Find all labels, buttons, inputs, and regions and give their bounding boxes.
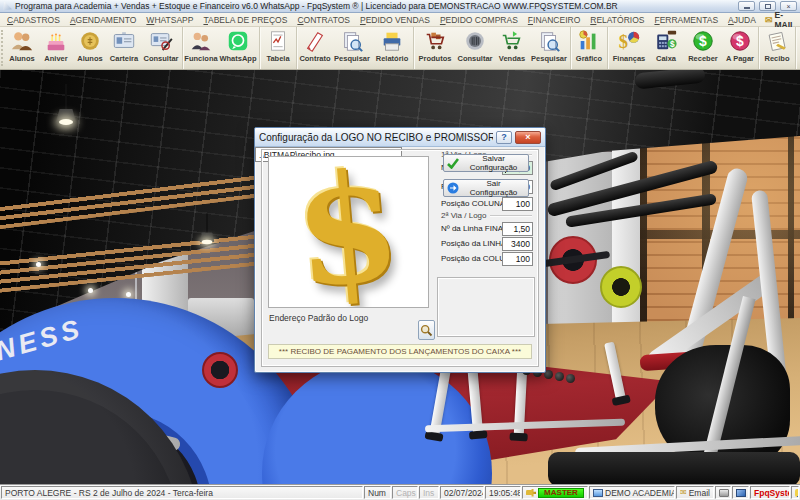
computer-icon <box>593 489 603 497</box>
toolbar-button-pesquisar-vendas[interactable]: Pesquisar <box>529 27 569 69</box>
field-input-linha-final[interactable]: 1,50 <box>502 222 533 236</box>
dialog-title: Configuração da LOGO NO RECIBO e PROMISS… <box>259 132 493 143</box>
toolbar-button-tabela[interactable]: Tabela <box>261 27 295 69</box>
dollar-logo: $ <box>279 156 416 308</box>
toolbar-label: Recibo <box>764 54 789 63</box>
toolbar-label: Carteira <box>110 54 138 63</box>
menu-ajuda[interactable]: AJUDA <box>723 14 761 26</box>
menu-pedido-vendas[interactable]: PEDIDO VENDAS <box>355 14 435 26</box>
menu-pedido-compras[interactable]: PEDIDO COMPRAS <box>435 14 523 26</box>
save-config-button[interactable]: Salvar Configuração <box>443 154 529 172</box>
toolbar-button-whatsapp[interactable]: WhatsApp <box>218 27 258 69</box>
window-titlebar: Programa para Academia + Vendas + Estoqu… <box>0 0 800 13</box>
products-cart-icon <box>423 29 447 53</box>
field-value: 100 <box>516 254 530 264</box>
toolbar-label: Caixa <box>656 54 676 63</box>
exit-config-button[interactable]: Sair Configuração <box>443 179 529 197</box>
toolbar-button-produtos[interactable]: Produtos <box>415 27 455 69</box>
status-num-lock: Num <box>364 486 391 499</box>
toolbar-button-recibo[interactable]: Recibo <box>760 27 794 69</box>
minimize-button[interactable] <box>738 1 755 11</box>
menu-tabela-de-precos[interactable]: TABELA DE PREÇOS <box>198 14 292 26</box>
restore-icon <box>765 4 771 9</box>
status-email-label: Email <box>689 488 710 498</box>
minimize-icon <box>744 7 750 9</box>
receive-dollar-icon: $ <box>691 29 715 53</box>
contract-icon <box>303 29 327 53</box>
toolbar-button-grafico[interactable]: Gráfico <box>572 27 606 69</box>
pendant-lamp <box>200 214 215 247</box>
app-icon <box>3 2 12 11</box>
toolbar-button-consultar-estoque[interactable]: Consultar <box>455 27 495 69</box>
toolbar-label: Vendas <box>499 54 525 63</box>
magnifier-icon <box>420 324 433 337</box>
toolbar-button-alunos-coin[interactable]: Alunos <box>73 27 107 69</box>
toolbar: Alunos Aniver Alunos Carteira Consultar <box>0 27 800 70</box>
toolbar-button-consultar-carteira[interactable]: Consultar <box>141 27 181 69</box>
dumbbell <box>566 374 575 383</box>
toolbar-button-carteira[interactable]: Carteira <box>107 27 141 69</box>
dialog-button-panel <box>437 277 535 337</box>
group-label: 2ª Via / Logo <box>441 211 487 220</box>
menu-relatorios[interactable]: RELATÓRIOS <box>585 14 649 26</box>
toolbar-label: WhatsApp <box>219 54 256 63</box>
logo-preview: $ <box>268 156 429 308</box>
status-network[interactable] <box>732 486 749 499</box>
toolbar-group-products: Produtos Consultar Vendas Pesquisar <box>414 27 571 69</box>
status-location-date: PORTO ALEGRE - RS 2 de Julho de 2024 - T… <box>1 486 363 499</box>
status-system: DEMO ACADEMIA 6.0 <box>605 488 675 498</box>
dialog-help-button[interactable]: ? <box>496 131 512 144</box>
field-input-posicao-coluna[interactable]: 100 <box>502 197 533 211</box>
toolbar-button-caixa[interactable]: $ Caixa <box>649 27 683 69</box>
logo-config-dialog: Configuração da LOGO NO RECIBO e PROMISS… <box>254 127 546 373</box>
menu-financeiro[interactable]: FINANCEIRO <box>523 14 585 26</box>
browse-logo-button[interactable] <box>418 320 435 340</box>
field-value: 100 <box>516 199 530 209</box>
field-value: 3400 <box>511 239 530 249</box>
field-input-posicao-da-coluna[interactable]: 100 <box>502 252 533 266</box>
menu-contratos[interactable]: CONTRATOS <box>292 14 355 26</box>
menu-ferramentas[interactable]: FERRAMENTAS <box>649 14 723 26</box>
toolbar-button-relatorio[interactable]: Relatório <box>372 27 412 69</box>
dialog-footer-note: *** RECIBO DE PAGAMENTO DOS LANÇAMENTOS … <box>268 344 532 359</box>
dialog-titlebar[interactable]: Configuração da LOGO NO RECIBO e PROMISS… <box>255 128 545 147</box>
menu-whatsapp[interactable]: WHATSAPP <box>141 14 198 26</box>
svg-text:$: $ <box>619 32 628 52</box>
toolbar-group-finance: $ Finanças $ Caixa $ Receber $ A Pagar <box>608 27 759 69</box>
status-email[interactable]: ✉ Email <box>676 486 714 499</box>
toolbar-button-aniver[interactable]: Aniver <box>39 27 73 69</box>
toolbar-label: Alunos <box>77 54 102 63</box>
toolbar-label: Contrato <box>299 54 330 63</box>
search-docs-icon <box>537 29 561 53</box>
toolbar-button-pesquisar-contrato[interactable]: Pesquisar <box>332 27 372 69</box>
status-system-panel: DEMO ACADEMIA 6.0 <box>589 486 675 499</box>
toolbar-button-alunos[interactable]: Alunos <box>5 27 39 69</box>
dumbbell <box>555 372 564 381</box>
pendant-lamp <box>56 84 76 128</box>
group-second-via: 2ª Via / Logo <box>441 211 532 220</box>
toolbar-button-receber[interactable]: $ Receber <box>683 27 723 69</box>
field-input-posicao-da-linha[interactable]: 3400 <box>502 237 533 251</box>
toolbar-button-vendas[interactable]: Vendas <box>495 27 529 69</box>
app-badge-icon <box>795 489 799 497</box>
toolbar-button-funciona[interactable]: Funciona <box>184 27 218 69</box>
toolbar-button-contrato[interactable]: Contrato <box>298 27 332 69</box>
toolbar-label: Alunos <box>9 54 34 63</box>
chart-icon <box>577 29 601 53</box>
toolbar-button-a-pagar[interactable]: $ A Pagar <box>723 27 757 69</box>
network-icon <box>736 489 746 497</box>
status-bar: PORTO ALEGRE - RS 2 de Julho de 2024 - T… <box>0 484 800 500</box>
toolbar-label: Pesquisar <box>531 54 567 63</box>
exit-config-label: Sair Configuração <box>462 179 525 197</box>
dialog-body: $ Endereço Padrão do Logo 1ª Via / Logo … <box>255 147 545 372</box>
status-caps-lock: Caps <box>392 486 418 499</box>
menu-agendamento[interactable]: AGENDAMENTO <box>65 14 141 26</box>
dialog-close-button[interactable]: × <box>515 131 541 144</box>
wall-light <box>36 262 41 267</box>
toolbar-label: Pesquisar <box>334 54 370 63</box>
menu-cadastros[interactable]: CADASTROS <box>2 14 65 26</box>
toolbar-label: Consultar <box>143 54 178 63</box>
status-app-panel <box>791 486 799 499</box>
toolbar-button-financas[interactable]: $ Finanças <box>609 27 649 69</box>
status-printer[interactable] <box>715 486 731 499</box>
